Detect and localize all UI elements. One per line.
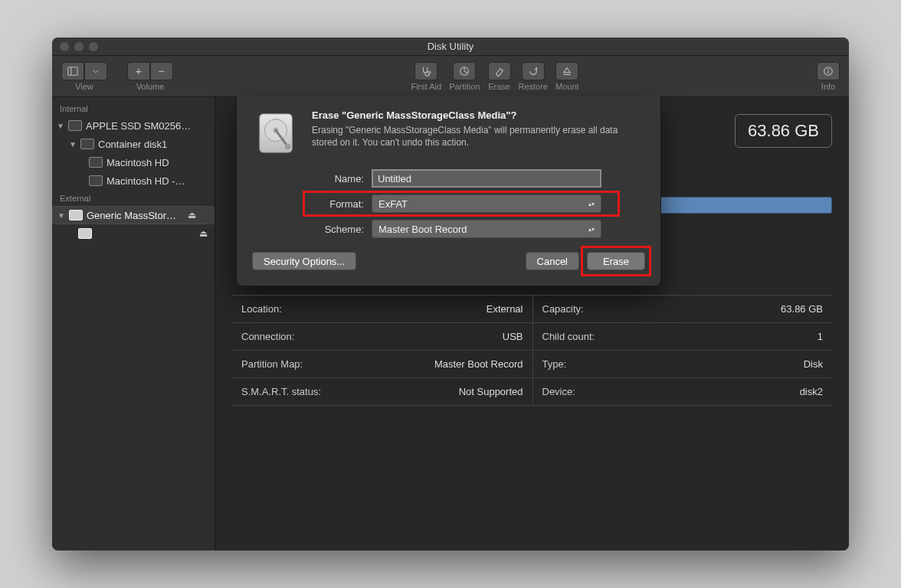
restore-label: Restore <box>519 82 549 91</box>
info-value: Disk <box>804 358 823 370</box>
restore-icon <box>528 66 539 77</box>
volume-group: + − Volume <box>127 62 173 91</box>
info-value: 63.86 GB <box>781 303 823 315</box>
erase-toolbar-label: Erase <box>488 82 510 91</box>
partition-icon <box>459 66 470 77</box>
erase-icon <box>494 66 505 77</box>
sidebar-header-external: External <box>52 190 215 206</box>
svg-point-11 <box>285 144 291 150</box>
sidebar-item-macintosh-hd-data[interactable]: Macintosh HD -… <box>52 172 215 190</box>
info-row: Partition Map:Master Boot Record <box>232 351 532 378</box>
sidebar-header-internal: Internal <box>52 100 215 116</box>
volume-add-button[interactable]: + <box>127 62 150 80</box>
erase-toolbar-button[interactable] <box>488 62 511 80</box>
info-value: Not Supported <box>459 386 523 397</box>
sidebar-item-label: APPLE SSD SM0256… <box>86 120 208 132</box>
view-group: View <box>61 62 107 91</box>
format-select[interactable]: ExFAT ▴▾ <box>372 194 601 213</box>
info-row: S.M.A.R.T. status:Not Supported <box>232 378 532 406</box>
first-aid-button[interactable] <box>414 62 437 80</box>
sidebar-item-container-disk1[interactable]: ▼ Container disk1 <box>52 135 215 153</box>
info-grid: Location:External Connection:USB Partiti… <box>232 295 832 406</box>
info-row: Device:disk2 <box>532 378 833 406</box>
disclosure-triangle-icon[interactable]: ▼ <box>57 122 64 130</box>
partition-button[interactable] <box>453 62 476 80</box>
mount-label: Mount <box>555 82 579 91</box>
stethoscope-icon <box>421 66 431 77</box>
erase-dialog: Erase "Generic MassStorageClass Media"? … <box>236 96 661 286</box>
disclosure-triangle-icon[interactable]: ▼ <box>57 211 65 220</box>
window-controls <box>60 42 98 51</box>
first-aid-label: First Aid <box>411 82 441 91</box>
info-icon <box>823 66 834 77</box>
info-button[interactable] <box>817 62 840 80</box>
info-label: Info <box>821 82 835 91</box>
info-value: Master Boot Record <box>434 358 523 370</box>
scheme-label: Scheme: <box>307 224 364 235</box>
svg-point-6 <box>827 68 829 70</box>
mount-button[interactable] <box>555 62 578 80</box>
capacity-box: 63.86 GB <box>735 114 832 148</box>
minimize-window-icon[interactable] <box>74 42 84 51</box>
sidebar-item-macintosh-hd[interactable]: Macintosh HD <box>52 153 215 172</box>
view-label: View <box>75 82 93 91</box>
hard-drive-icon <box>252 109 300 157</box>
partition-label: Partition <box>449 82 480 91</box>
info-right-col: Capacity:63.86 GB Child count:1 Type:Dis… <box>532 295 833 406</box>
format-value: ExFAT <box>378 198 408 210</box>
info-key: Child count: <box>542 331 595 342</box>
name-input[interactable] <box>372 169 601 188</box>
scheme-select[interactable]: Master Boot Record ▴▾ <box>372 220 601 238</box>
minus-icon: − <box>159 65 165 77</box>
info-row: Type:Disk <box>532 351 833 378</box>
eject-icon[interactable]: ⏏ <box>198 228 208 239</box>
disk-utility-window: Disk Utility View + − Volume <box>52 38 849 550</box>
sidebar: Internal ▼ APPLE SSD SM0256… ▼ Container… <box>52 97 215 550</box>
updown-caret-icon: ▴▾ <box>585 197 598 211</box>
sidebar-item-generic-mass-storage[interactable]: ▼ Generic MassStor… ⏏ <box>52 206 215 224</box>
view-dropdown[interactable] <box>84 62 107 80</box>
name-label: Name: <box>307 173 364 185</box>
eject-icon[interactable]: ⏏ <box>186 210 197 220</box>
sidebar-icon <box>67 66 78 77</box>
info-row: Child count:1 <box>532 323 833 351</box>
sidebar-item-apple-ssd[interactable]: ▼ APPLE SSD SM0256… <box>52 116 215 135</box>
sidebar-item-label: Macintosh HD -… <box>106 175 208 187</box>
info-key: Type: <box>542 358 567 370</box>
updown-caret-icon: ▴▾ <box>585 222 598 236</box>
info-key: Partition Map: <box>241 358 303 370</box>
format-label: Format: <box>307 198 364 210</box>
info-value: USB <box>503 331 523 342</box>
info-row: Connection:USB <box>232 323 532 351</box>
security-options-button[interactable]: Security Options... <box>252 252 356 270</box>
scheme-value: Master Boot Record <box>378 224 467 235</box>
chevron-down-icon <box>92 67 100 75</box>
disclosure-triangle-icon[interactable]: ▼ <box>69 140 77 149</box>
view-button[interactable] <box>61 62 84 80</box>
titlebar: Disk Utility <box>52 38 849 56</box>
volume-remove-button[interactable]: − <box>150 62 173 80</box>
sidebar-item-external-volume[interactable]: ⏏ <box>52 224 215 243</box>
info-value: 1 <box>817 331 823 342</box>
dialog-description: Erasing "Generic MassStorageClass Media"… <box>312 124 634 149</box>
restore-button[interactable] <box>522 62 545 80</box>
close-window-icon[interactable] <box>60 42 69 51</box>
sidebar-item-label: Macintosh HD <box>106 157 208 168</box>
info-row: Location:External <box>232 295 532 323</box>
main-pane: 63.86 GB <box>215 97 849 550</box>
volume-label: Volume <box>136 82 165 91</box>
dialog-title: Erase "Generic MassStorageClass Media"? <box>312 109 634 121</box>
info-key: Connection: <box>241 331 294 342</box>
toolbar: View + − Volume First Aid Partition Eras… <box>52 56 849 97</box>
zoom-window-icon[interactable] <box>89 42 98 51</box>
plus-icon: + <box>136 65 143 77</box>
info-value: disk2 <box>800 386 823 397</box>
erase-button[interactable]: Erase <box>587 252 645 270</box>
info-value: External <box>487 303 523 315</box>
internal-disk-icon <box>89 175 103 186</box>
info-left-col: Location:External Connection:USB Partiti… <box>232 295 532 406</box>
info-row: Capacity:63.86 GB <box>532 295 833 323</box>
mount-icon <box>562 66 572 77</box>
svg-point-2 <box>428 71 431 74</box>
cancel-button[interactable]: Cancel <box>526 252 579 270</box>
